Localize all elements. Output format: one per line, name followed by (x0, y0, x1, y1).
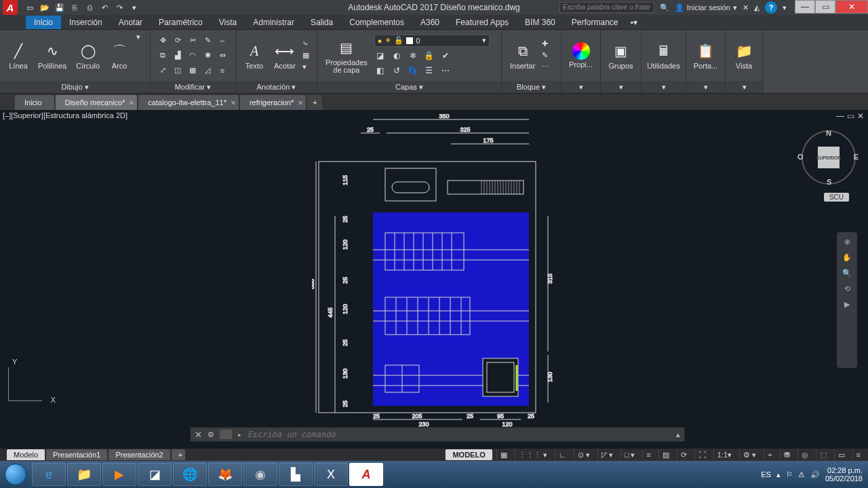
close-icon[interactable]: ✕ (231, 99, 236, 107)
tab-modelo[interactable]: Modelo (7, 449, 45, 460)
panel-label-bloque[interactable]: Bloque ▾ (502, 81, 561, 93)
status-osnap-icon[interactable]: □ ▾ (620, 449, 639, 460)
panel-label-modificar[interactable]: Modificar ▾ (151, 81, 235, 93)
qat-dropdown-icon[interactable]: ▾ (129, 2, 140, 13)
tab-salida[interactable]: Salida (302, 16, 341, 29)
taskbar-excel[interactable]: X (314, 463, 348, 486)
tab-bim360[interactable]: BIM 360 (517, 16, 564, 29)
layer-state-icon[interactable]: ☰ (423, 64, 435, 77)
polilinea-button[interactable]: ∿Polilínea (35, 39, 69, 71)
tab-complementos[interactable]: Complementos (341, 16, 412, 29)
viewcube-n[interactable]: N (826, 129, 831, 137)
taskbar-chrome-alt[interactable]: 🌐 (173, 463, 207, 486)
a360-icon[interactable]: ◭ (754, 3, 760, 12)
arco-button[interactable]: ⌒Arco (106, 39, 132, 71)
pan-icon[interactable]: ✋ (842, 253, 852, 262)
status-cycling-icon[interactable]: ⟳ (677, 449, 690, 460)
qat-open-icon[interactable]: 📂 (39, 2, 50, 13)
cmdline-options-icon[interactable]: ⚙ (208, 430, 214, 439)
status-polar-icon[interactable]: ⊙ ▾ (574, 449, 593, 460)
tab-inicio[interactable]: Inicio (26, 16, 61, 29)
mirror-icon[interactable]: ▟ (171, 49, 184, 62)
app-logo[interactable]: A (3, 0, 18, 15)
block-attr-icon[interactable]: ⋯ (542, 62, 549, 71)
move-icon[interactable]: ✥ (156, 34, 170, 48)
layer-make-icon[interactable]: ◧ (374, 64, 387, 77)
panel-label-capas[interactable]: Capas ▾ (317, 81, 501, 93)
tab-insercion[interactable]: Inserción (61, 16, 111, 29)
tray-clock[interactable]: 02:28 p.m.05/02/2018 (825, 466, 863, 483)
status-scale[interactable]: 1:1 ▾ (713, 449, 735, 460)
extend-icon[interactable]: ↔ (216, 34, 229, 48)
command-line[interactable]: ✕ ⚙ ▸ ▴ (190, 427, 685, 442)
layer-iso-icon[interactable]: ◪ (374, 50, 387, 62)
doctab-refrigeracion[interactable]: refrigeracion*✕ (240, 95, 306, 110)
tab-overflow[interactable]: ▪▾ (626, 16, 641, 29)
status-lineweight-icon[interactable]: ≡ (642, 449, 654, 460)
offset-icon[interactable]: ⇔ (216, 49, 229, 62)
orbit-icon[interactable]: ⟲ (844, 284, 850, 293)
viewcube-face[interactable]: SUPERIOR (818, 147, 840, 168)
scu-badge[interactable]: SCU (824, 193, 849, 202)
cmdline-history-icon[interactable]: ▴ (676, 430, 680, 439)
infocenter-search[interactable]: Escriba palabra clave o frase (559, 2, 654, 13)
tray-lang[interactable]: ES (761, 470, 771, 478)
layer-match-icon[interactable]: ✔ (439, 50, 452, 62)
fillet-icon[interactable]: ◠ (186, 49, 199, 62)
viewport-label[interactable]: [–][Superior][Estructura alámbrica 2D] (3, 111, 127, 119)
table-icon[interactable]: ▦ (302, 51, 309, 60)
acotar-button[interactable]: ⟷Acotar (271, 39, 298, 71)
tray-volume-icon[interactable]: 🔊 (810, 470, 820, 479)
tray-arrow-icon[interactable]: ▴ (776, 470, 781, 479)
qat-saveas-icon[interactable]: ⎘ (69, 2, 80, 13)
rotate-icon[interactable]: ⟳ (171, 34, 184, 48)
window-minimize[interactable]: — (795, 0, 815, 14)
panel-label-grupos[interactable]: ▾ (601, 81, 641, 93)
search-icon[interactable]: 🔍 (660, 3, 669, 12)
tab-presentacion2[interactable]: Presentación2 (108, 449, 170, 460)
annot-more-icon[interactable]: ▾ (302, 62, 309, 71)
tab-featured-apps[interactable]: Featured Apps (448, 16, 517, 29)
status-modelo[interactable]: MODELO (445, 449, 492, 460)
tab-anotar[interactable]: Anotar (111, 16, 151, 29)
portapapeles-button[interactable]: 📋Porta... (692, 39, 719, 71)
layer-walk-icon[interactable]: 👣 (407, 64, 419, 77)
close-icon[interactable]: ✕ (298, 99, 303, 107)
propiedades-capa-button[interactable]: ▤Propiedades de capa (323, 36, 370, 75)
drawing-canvas[interactable]: [–][Superior][Estructura alámbrica 2D] —… (0, 110, 868, 449)
stretch-icon[interactable]: ⤢ (156, 64, 170, 77)
status-isolate-icon[interactable]: ◎ (797, 449, 812, 460)
status-perf-icon[interactable]: ⛃ (780, 449, 793, 460)
leader-icon[interactable]: ⤷ (302, 39, 309, 48)
scale-icon[interactable]: ◫ (171, 64, 184, 77)
tray-network-icon[interactable]: ⚠ (798, 470, 805, 479)
panel-label-propiedades[interactable]: ▾ (561, 81, 600, 93)
window-maximize[interactable]: ▭ (815, 0, 835, 14)
close-icon[interactable]: ✕ (129, 99, 134, 107)
start-button[interactable] (0, 461, 31, 488)
status-clean-icon[interactable]: ▭ (834, 449, 848, 460)
status-monitor-icon[interactable]: + (764, 449, 775, 460)
tab-new-layout[interactable]: + (172, 449, 185, 460)
viewport-minimize-icon[interactable]: — (836, 111, 844, 121)
help-icon[interactable]: ? (765, 1, 777, 14)
taskbar-media[interactable]: ▶ (102, 463, 136, 486)
navigation-bar[interactable]: ⊕ ✋ 🔍 ⟲ ▶ (837, 232, 857, 368)
qat-print-icon[interactable]: ⎙ (84, 2, 95, 13)
tab-administrar[interactable]: Administrar (245, 16, 302, 29)
qat-redo-icon[interactable]: ↷ (114, 2, 125, 13)
tab-performance[interactable]: Performance (564, 16, 627, 29)
block-create-icon[interactable]: ✚ (542, 39, 549, 48)
explode-icon[interactable]: ✱ (201, 49, 214, 62)
status-snap-icon[interactable]: ⋮⋮⋮ ▾ (515, 449, 551, 460)
tab-a360[interactable]: A360 (412, 16, 448, 29)
layer-prev-icon[interactable]: ↺ (391, 64, 403, 77)
status-hw-icon[interactable]: ⬚ (816, 449, 830, 460)
qat-save-icon[interactable]: 💾 (54, 2, 65, 13)
copy-icon[interactable]: ⧉ (156, 49, 170, 62)
utilidades-button[interactable]: 🖩Utilidades (647, 39, 680, 71)
status-customize-icon[interactable]: ≡ (852, 449, 864, 460)
texto-button[interactable]: ATexto (241, 39, 267, 71)
taskbar-chrome[interactable]: ◉ (243, 463, 277, 486)
propiedades-button[interactable]: Propi... (567, 41, 595, 70)
